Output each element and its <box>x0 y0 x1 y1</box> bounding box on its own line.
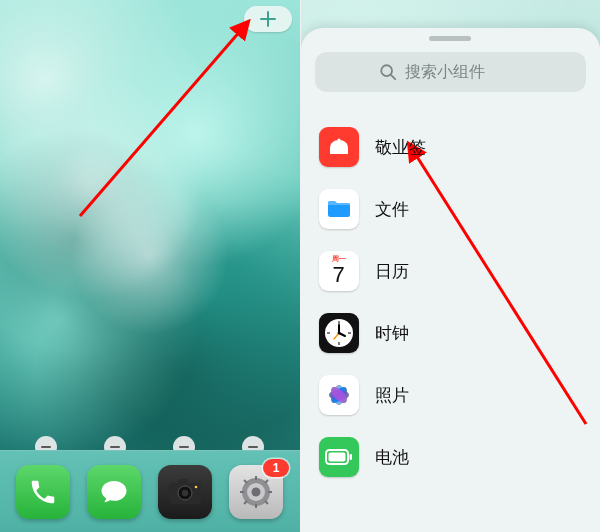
widget-row-label: 电池 <box>375 446 409 469</box>
svg-rect-38 <box>328 453 345 462</box>
add-widget-button[interactable] <box>244 6 292 32</box>
widget-row-label: 日历 <box>375 260 409 283</box>
widget-search-field[interactable]: 搜索小组件 <box>315 52 587 92</box>
clock-icon <box>319 313 359 353</box>
widget-picker-panel: 搜索小组件 敬业签 文件 <box>300 0 601 532</box>
widget-row-calendar[interactable]: 周一 7 日历 <box>301 240 601 302</box>
svg-point-28 <box>337 332 340 335</box>
dock-app-phone[interactable] <box>16 465 70 519</box>
settings-icon <box>238 474 274 510</box>
svg-rect-39 <box>349 454 352 460</box>
dock-app-settings[interactable]: 1 <box>229 465 283 519</box>
svg-line-13 <box>265 501 268 504</box>
svg-rect-19 <box>328 203 350 217</box>
settings-badge: 1 <box>263 459 289 477</box>
dock: 1 <box>0 450 300 532</box>
widget-row-label: 文件 <box>375 198 409 221</box>
battery-icon <box>319 437 359 477</box>
messages-icon <box>98 476 130 508</box>
svg-point-18 <box>337 138 340 141</box>
svg-point-7 <box>252 487 261 496</box>
photos-icon <box>319 375 359 415</box>
composite-screenshot: 1 搜索小组件 敬业签 <box>0 0 600 532</box>
widget-picker-sheet: 搜索小组件 敬业签 文件 <box>301 28 601 532</box>
widget-row-files[interactable]: 文件 <box>301 178 601 240</box>
svg-point-4 <box>195 485 198 488</box>
svg-line-12 <box>244 480 247 483</box>
plus-icon <box>259 10 277 28</box>
widget-row-battery[interactable]: 电池 <box>301 426 601 488</box>
svg-line-15 <box>244 501 247 504</box>
phone-icon <box>28 477 58 507</box>
files-icon <box>319 189 359 229</box>
svg-line-17 <box>390 75 394 79</box>
sheet-grabber[interactable] <box>429 36 471 41</box>
search-icon <box>379 63 397 81</box>
calendar-icon: 周一 7 <box>319 251 359 291</box>
calendar-day: 7 <box>332 262 344 288</box>
svg-point-2 <box>182 489 188 495</box>
home-screen-panel: 1 <box>0 0 300 532</box>
camera-icon <box>168 479 202 505</box>
widget-list: 敬业签 文件 周一 7 日历 <box>301 112 601 532</box>
svg-line-14 <box>265 480 268 483</box>
jingyeqian-icon <box>319 127 359 167</box>
widget-row-label: 敬业签 <box>375 136 426 159</box>
dock-app-messages[interactable] <box>87 465 141 519</box>
dock-app-camera[interactable] <box>158 465 212 519</box>
widget-search-placeholder: 搜索小组件 <box>405 62 485 83</box>
widget-row-photos[interactable]: 照片 <box>301 364 601 426</box>
widget-row-jingyeqian[interactable]: 敬业签 <box>301 116 601 178</box>
widget-row-label: 照片 <box>375 384 409 407</box>
widget-row-label: 时钟 <box>375 322 409 345</box>
svg-rect-3 <box>178 479 188 484</box>
widget-row-clock[interactable]: 时钟 <box>301 302 601 364</box>
